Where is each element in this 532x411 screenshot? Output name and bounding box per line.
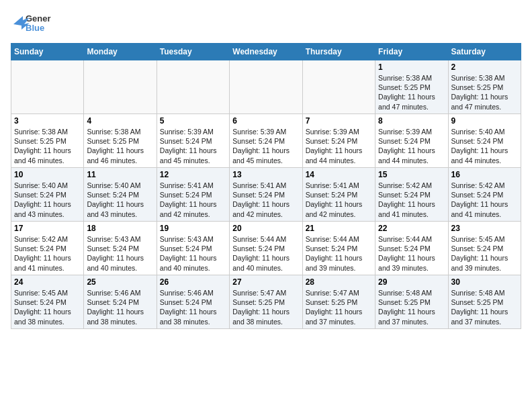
day-number: 18 xyxy=(87,224,153,233)
logo: General Blue xyxy=(11,11,51,36)
day-number: 21 xyxy=(306,224,372,233)
calendar-cell: 11Sunrise: 5:40 AM Sunset: 5:24 PM Dayli… xyxy=(84,168,157,222)
weekday-header: Thursday xyxy=(302,44,375,60)
day-info: Sunrise: 5:39 AM Sunset: 5:24 PM Dayligh… xyxy=(232,127,299,165)
day-info: Sunrise: 5:48 AM Sunset: 5:25 PM Dayligh… xyxy=(451,288,518,326)
day-number: 13 xyxy=(232,170,299,179)
day-info: Sunrise: 5:43 AM Sunset: 5:24 PM Dayligh… xyxy=(87,234,153,273)
day-info: Sunrise: 5:46 AM Sunset: 5:24 PM Dayligh… xyxy=(87,288,153,326)
weekday-header: Wednesday xyxy=(230,44,302,60)
calendar-cell: 9Sunrise: 5:40 AM Sunset: 5:24 PM Daylig… xyxy=(448,114,521,168)
calendar-table: SundayMondayTuesdayWednesdayThursdayFrid… xyxy=(11,43,521,329)
calendar-cell: 22Sunrise: 5:44 AM Sunset: 5:24 PM Dayli… xyxy=(375,222,448,275)
calendar-cell: 15Sunrise: 5:42 AM Sunset: 5:24 PM Dayli… xyxy=(375,168,448,222)
day-info: Sunrise: 5:38 AM Sunset: 5:25 PM Dayligh… xyxy=(87,127,153,165)
calendar-cell: 7Sunrise: 5:39 AM Sunset: 5:24 PM Daylig… xyxy=(302,114,375,168)
calendar-cell: 2Sunrise: 5:38 AM Sunset: 5:25 PM Daylig… xyxy=(448,60,521,114)
calendar-cell: 12Sunrise: 5:41 AM Sunset: 5:24 PM Dayli… xyxy=(157,168,229,222)
calendar-cell: 27Sunrise: 5:47 AM Sunset: 5:25 PM Dayli… xyxy=(230,275,302,329)
day-number: 25 xyxy=(87,277,153,287)
day-number: 24 xyxy=(14,277,81,287)
day-info: Sunrise: 5:39 AM Sunset: 5:24 PM Dayligh… xyxy=(306,127,372,165)
day-number: 7 xyxy=(306,116,372,126)
day-number: 28 xyxy=(306,277,372,287)
calendar-cell: 17Sunrise: 5:42 AM Sunset: 5:24 PM Dayli… xyxy=(11,222,84,275)
calendar-cell: 30Sunrise: 5:48 AM Sunset: 5:25 PM Dayli… xyxy=(448,275,521,329)
day-number: 10 xyxy=(14,170,81,179)
day-info: Sunrise: 5:41 AM Sunset: 5:24 PM Dayligh… xyxy=(306,181,372,219)
calendar-cell: 29Sunrise: 5:48 AM Sunset: 5:25 PM Dayli… xyxy=(375,275,448,329)
calendar-cell: 24Sunrise: 5:45 AM Sunset: 5:24 PM Dayli… xyxy=(11,275,84,329)
calendar-cell: 13Sunrise: 5:41 AM Sunset: 5:24 PM Dayli… xyxy=(230,168,302,222)
day-number: 16 xyxy=(451,170,518,179)
calendar-cell: 23Sunrise: 5:45 AM Sunset: 5:24 PM Dayli… xyxy=(448,222,521,275)
day-number: 27 xyxy=(232,277,299,287)
day-info: Sunrise: 5:41 AM Sunset: 5:24 PM Dayligh… xyxy=(232,181,299,219)
day-info: Sunrise: 5:38 AM Sunset: 5:25 PM Dayligh… xyxy=(14,127,81,165)
calendar-cell: 18Sunrise: 5:43 AM Sunset: 5:24 PM Dayli… xyxy=(84,222,157,275)
day-info: Sunrise: 5:47 AM Sunset: 5:25 PM Dayligh… xyxy=(306,288,372,326)
weekday-header: Tuesday xyxy=(157,44,229,60)
day-number: 23 xyxy=(451,224,518,233)
calendar-cell: 19Sunrise: 5:43 AM Sunset: 5:24 PM Dayli… xyxy=(157,222,229,275)
calendar-cell: 6Sunrise: 5:39 AM Sunset: 5:24 PM Daylig… xyxy=(230,114,302,168)
calendar-week-row: 17Sunrise: 5:42 AM Sunset: 5:24 PM Dayli… xyxy=(11,222,521,275)
calendar-cell: 5Sunrise: 5:39 AM Sunset: 5:24 PM Daylig… xyxy=(157,114,229,168)
weekday-header: Friday xyxy=(375,44,448,60)
logo-svg: General Blue xyxy=(11,11,51,36)
weekday-header-row: SundayMondayTuesdayWednesdayThursdayFrid… xyxy=(11,44,521,60)
day-number: 5 xyxy=(160,116,226,126)
day-info: Sunrise: 5:38 AM Sunset: 5:25 PM Dayligh… xyxy=(378,73,445,111)
day-info: Sunrise: 5:40 AM Sunset: 5:24 PM Dayligh… xyxy=(451,127,518,165)
calendar-cell xyxy=(157,60,229,114)
day-info: Sunrise: 5:44 AM Sunset: 5:24 PM Dayligh… xyxy=(306,234,372,273)
day-info: Sunrise: 5:42 AM Sunset: 5:24 PM Dayligh… xyxy=(451,181,518,219)
day-info: Sunrise: 5:40 AM Sunset: 5:24 PM Dayligh… xyxy=(87,181,153,219)
day-info: Sunrise: 5:38 AM Sunset: 5:25 PM Dayligh… xyxy=(451,73,518,111)
day-number: 2 xyxy=(451,62,518,72)
calendar-cell: 10Sunrise: 5:40 AM Sunset: 5:24 PM Dayli… xyxy=(11,168,84,222)
day-info: Sunrise: 5:42 AM Sunset: 5:24 PM Dayligh… xyxy=(378,181,445,219)
day-info: Sunrise: 5:42 AM Sunset: 5:24 PM Dayligh… xyxy=(14,234,81,273)
day-number: 11 xyxy=(87,170,153,179)
day-number: 4 xyxy=(87,116,153,126)
calendar-cell: 1Sunrise: 5:38 AM Sunset: 5:25 PM Daylig… xyxy=(375,60,448,114)
svg-text:Blue: Blue xyxy=(26,23,44,33)
calendar-cell: 8Sunrise: 5:39 AM Sunset: 5:24 PM Daylig… xyxy=(375,114,448,168)
day-number: 6 xyxy=(232,116,299,126)
day-number: 1 xyxy=(378,62,445,72)
day-info: Sunrise: 5:45 AM Sunset: 5:24 PM Dayligh… xyxy=(14,288,81,326)
calendar-cell xyxy=(11,60,84,114)
day-number: 17 xyxy=(14,224,81,233)
weekday-header: Monday xyxy=(84,44,157,60)
calendar-week-row: 1Sunrise: 5:38 AM Sunset: 5:25 PM Daylig… xyxy=(11,60,521,114)
day-number: 3 xyxy=(14,116,81,126)
calendar-week-row: 10Sunrise: 5:40 AM Sunset: 5:24 PM Dayli… xyxy=(11,168,521,222)
calendar-cell: 28Sunrise: 5:47 AM Sunset: 5:25 PM Dayli… xyxy=(302,275,375,329)
day-info: Sunrise: 5:48 AM Sunset: 5:25 PM Dayligh… xyxy=(378,288,445,326)
calendar-cell: 16Sunrise: 5:42 AM Sunset: 5:24 PM Dayli… xyxy=(448,168,521,222)
day-info: Sunrise: 5:44 AM Sunset: 5:24 PM Dayligh… xyxy=(232,234,299,273)
calendar-cell: 3Sunrise: 5:38 AM Sunset: 5:25 PM Daylig… xyxy=(11,114,84,168)
day-number: 14 xyxy=(306,170,372,179)
day-info: Sunrise: 5:40 AM Sunset: 5:24 PM Dayligh… xyxy=(14,181,81,219)
day-info: Sunrise: 5:39 AM Sunset: 5:24 PM Dayligh… xyxy=(378,127,445,165)
day-info: Sunrise: 5:43 AM Sunset: 5:24 PM Dayligh… xyxy=(160,234,226,273)
calendar-week-row: 3Sunrise: 5:38 AM Sunset: 5:25 PM Daylig… xyxy=(11,114,521,168)
calendar-cell: 20Sunrise: 5:44 AM Sunset: 5:24 PM Dayli… xyxy=(230,222,302,275)
calendar-cell: 25Sunrise: 5:46 AM Sunset: 5:24 PM Dayli… xyxy=(84,275,157,329)
day-number: 20 xyxy=(232,224,299,233)
calendar-cell: 4Sunrise: 5:38 AM Sunset: 5:25 PM Daylig… xyxy=(84,114,157,168)
day-number: 22 xyxy=(378,224,445,233)
day-number: 8 xyxy=(378,116,445,126)
calendar-cell xyxy=(84,60,157,114)
day-number: 19 xyxy=(160,224,226,233)
calendar-cell: 14Sunrise: 5:41 AM Sunset: 5:24 PM Dayli… xyxy=(302,168,375,222)
day-info: Sunrise: 5:47 AM Sunset: 5:25 PM Dayligh… xyxy=(232,288,299,326)
calendar-week-row: 24Sunrise: 5:45 AM Sunset: 5:24 PM Dayli… xyxy=(11,275,521,329)
day-info: Sunrise: 5:44 AM Sunset: 5:24 PM Dayligh… xyxy=(378,234,445,273)
day-info: Sunrise: 5:41 AM Sunset: 5:24 PM Dayligh… xyxy=(160,181,226,219)
day-number: 29 xyxy=(378,277,445,287)
day-number: 26 xyxy=(160,277,226,287)
logo-text-block: General Blue xyxy=(11,11,51,36)
